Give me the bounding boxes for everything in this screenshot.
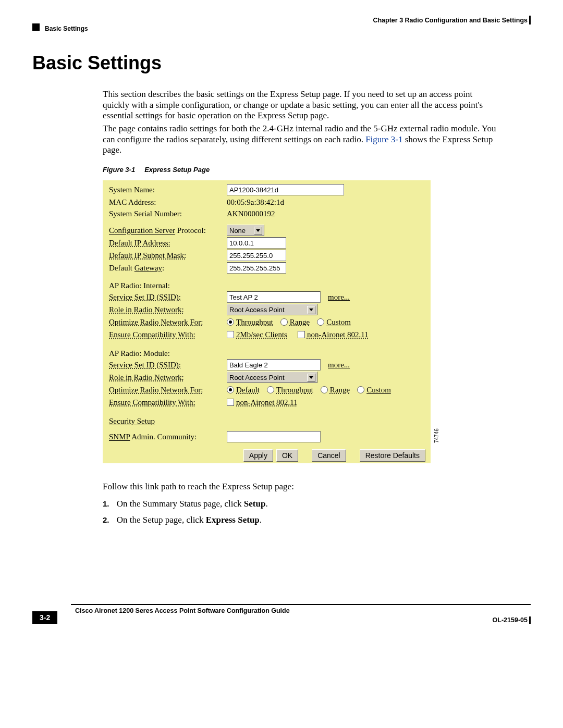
- page-footer: Cisco Aironet 1200 Seres Access Point So…: [32, 604, 531, 630]
- input-default-mask[interactable]: 255.255.255.0: [227, 250, 286, 261]
- link-more-int[interactable]: more...: [328, 293, 350, 302]
- step-1-text-c: .: [265, 499, 267, 509]
- figure-image-id: 74746: [434, 428, 439, 443]
- label-default-gw: Default Gateway:: [109, 264, 227, 273]
- figure-title: Express Setup Page: [144, 166, 210, 174]
- footer-rule: [71, 604, 531, 605]
- row-ap-internal-heading: AP Radio: Internal:: [109, 279, 425, 292]
- input-default-gw[interactable]: 255.255.255.255: [227, 262, 286, 274]
- ok-button[interactable]: OK: [276, 449, 298, 462]
- label-serial: System Serial Number:: [109, 209, 227, 218]
- step-2-bold: Express Setup: [206, 515, 260, 525]
- page-title: Basic Settings: [32, 52, 162, 74]
- checkbox-nonaironet-mod[interactable]: non-Aironet 802.11: [227, 398, 298, 407]
- header-left-square: [32, 23, 40, 31]
- row-compat-int: Ensure Compatibility With: 2Mb/sec Clien…: [109, 328, 425, 341]
- header-chapter: Chapter 3 Radio Configuration and Basic …: [373, 17, 528, 24]
- checkbox-2mb-int[interactable]: 2Mb/sec Clients: [227, 330, 287, 339]
- label-system-name: System Name:: [109, 186, 227, 194]
- restore-defaults-button[interactable]: Restore Defaults: [360, 449, 425, 462]
- footer-page-number: 3-2: [32, 611, 57, 624]
- express-setup-figure: System Name: AP1200-38421d MAC Address: …: [103, 180, 431, 463]
- radio-range-mod[interactable]: Range: [321, 386, 350, 394]
- row-optimize-int: Optimize Radio Network For: Throughput R…: [109, 316, 425, 328]
- label-ssid-mod: Service Set ID (SSID):: [109, 361, 227, 369]
- select-cfg-proto[interactable]: None: [227, 225, 264, 236]
- label-mac: MAC Address:: [109, 198, 227, 207]
- row-ap-module-heading: AP Radio: Module:: [109, 347, 425, 360]
- row-optimize-mod: Optimize Radio Network For: Default Thro…: [109, 384, 425, 396]
- input-snmp-community[interactable]: [227, 431, 321, 442]
- row-security-setup[interactable]: Security Setup: [109, 415, 425, 427]
- footer-doc-number: OL-2159-05: [493, 616, 528, 624]
- row-cfg-proto: Configuration Server Protocol: None: [109, 224, 425, 237]
- apply-button[interactable]: Apply: [243, 449, 273, 462]
- step-1-number: 1.: [103, 499, 109, 508]
- step-1-text-a: On the Summary Status page, click: [117, 499, 244, 509]
- label-compat-int: Ensure Compatibility With:: [109, 330, 227, 339]
- row-ssid-mod: Service Set ID (SSID): Bald Eagle 2 more…: [109, 359, 425, 371]
- radio-throughput-mod[interactable]: Throughput: [267, 386, 313, 394]
- radio-default-mod[interactable]: Default: [227, 386, 260, 394]
- row-default-gw: Default Gateway: 255.255.255.255: [109, 262, 425, 274]
- row-default-mask: Default IP Subnet Mask: 255.255.255.0: [109, 249, 425, 262]
- radio-range-int[interactable]: Range: [280, 318, 310, 327]
- step-2: 2. On the Setup page, click Express Setu…: [103, 515, 262, 525]
- input-default-ip[interactable]: 10.0.0.1: [227, 237, 286, 249]
- step-2-text-c: .: [260, 515, 262, 525]
- step-2-number: 2.: [103, 515, 109, 524]
- row-ssid-int: Service Set ID (SSID): Test AP 2 more...: [109, 291, 425, 303]
- label-role-mod: Role in Radio Network:: [109, 373, 227, 382]
- link-security-setup[interactable]: Security Setup: [109, 417, 227, 426]
- intro-paragraph-2: The page contains radio settings for bot…: [103, 124, 499, 156]
- label-ssid-int: Service Set ID (SSID):: [109, 293, 227, 302]
- radio-custom-mod[interactable]: Custom: [357, 386, 391, 394]
- row-mac: MAC Address: 00:05:9a:38:42:1d: [109, 196, 425, 208]
- label-optimize-mod: Optimize Radio Network For:: [109, 386, 227, 394]
- row-compat-mod: Ensure Compatibility With: non-Aironet 8…: [109, 396, 425, 409]
- checkbox-nonaironet-int[interactable]: non-Aironet 802.11: [298, 330, 369, 339]
- label-default-ip: Default IP Address:: [109, 239, 227, 248]
- label-snmp: SNMP Admin. Community:: [109, 433, 227, 441]
- label-default-mask: Default IP Subnet Mask:: [109, 251, 227, 260]
- row-role-int: Role in Radio Network: Root Access Point: [109, 303, 425, 316]
- footer-right-bar: [529, 616, 531, 624]
- row-default-ip: Default IP Address: 10.0.0.1: [109, 237, 425, 249]
- input-ssid-int[interactable]: Test AP 2: [227, 291, 321, 303]
- figure-number: Figure 3-1: [103, 166, 135, 174]
- row-role-mod: Role in Radio Network: Root Access Point: [109, 371, 425, 384]
- footer-guide-title: Cisco Aironet 1200 Seres Access Point So…: [75, 607, 290, 614]
- select-role-int[interactable]: Root Access Point: [227, 304, 317, 315]
- row-snmp: SNMP Admin. Community:: [109, 430, 425, 443]
- step-2-text-a: On the Setup page, click: [117, 515, 206, 525]
- input-ssid-mod[interactable]: Bald Eagle 2: [227, 359, 321, 371]
- value-mac: 00:05:9a:38:42:1d: [227, 198, 284, 207]
- cancel-button[interactable]: Cancel: [312, 449, 346, 462]
- follow-paragraph: Follow this link path to reach the Expre…: [103, 482, 499, 492]
- header-section: Basic Settings: [45, 25, 88, 32]
- select-role-mod[interactable]: Root Access Point: [227, 372, 317, 383]
- radio-custom-int[interactable]: Custom: [317, 318, 351, 327]
- figure-caption: Figure 3-1Express Setup Page: [103, 166, 210, 174]
- label-ap-internal: AP Radio: Internal:: [109, 281, 227, 290]
- radio-throughput-int[interactable]: Throughput: [227, 318, 273, 327]
- label-compat-mod: Ensure Compatibility With:: [109, 398, 227, 407]
- intro-paragraph-1: This section describes the basic setting…: [103, 89, 499, 121]
- row-system-name: System Name: AP1200-38421d: [109, 183, 425, 196]
- header-right-bar: [529, 16, 531, 24]
- step-1: 1. On the Summary Status page, click Set…: [103, 499, 268, 509]
- row-serial: System Serial Number: AKN00000192: [109, 207, 425, 220]
- link-more-mod[interactable]: more...: [328, 361, 350, 369]
- label-cfg-proto: Configuration Server Protocol:: [109, 226, 227, 235]
- figure-reference-link[interactable]: Figure 3-1: [365, 134, 402, 144]
- label-ap-module: AP Radio: Module:: [109, 349, 227, 358]
- label-role-int: Role in Radio Network:: [109, 305, 227, 314]
- step-1-bold: Setup: [244, 499, 266, 509]
- button-row: Apply OK Cancel Restore Defaults: [240, 449, 425, 462]
- value-serial: AKN00000192: [227, 209, 275, 218]
- label-optimize-int: Optimize Radio Network For:: [109, 318, 227, 327]
- input-system-name[interactable]: AP1200-38421d: [227, 184, 344, 195]
